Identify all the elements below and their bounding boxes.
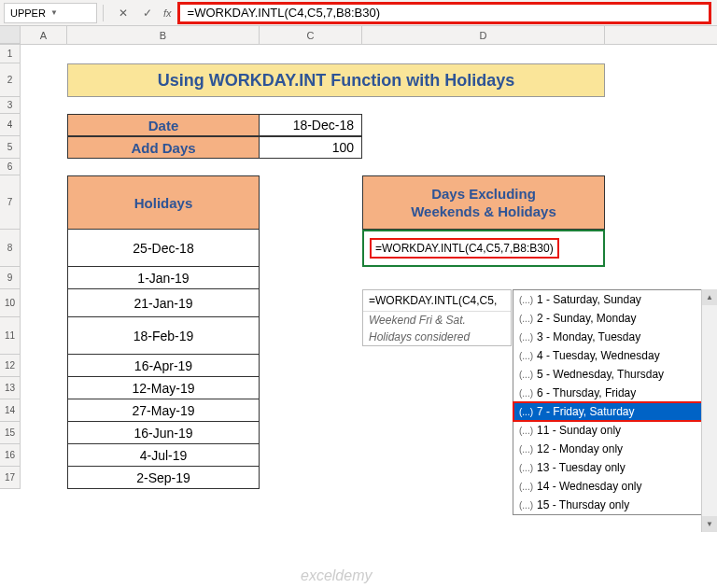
formula-text: =WORKDAY.INTL(C4,C5,7,B8:B30) [188, 6, 381, 20]
active-formula-text: =WORKDAY.INTL(C4,C5,7,B8:B30) [370, 238, 559, 259]
option-icon: (...) [519, 314, 533, 324]
dropdown-item[interactable]: (...)15 - Thursday only [513, 496, 710, 514]
row-header[interactable]: 11 [0, 317, 21, 355]
row-header[interactable]: 17 [0, 467, 21, 489]
col-header-b[interactable]: B [67, 26, 260, 44]
holidays-header: Holidays [67, 175, 260, 230]
row-header[interactable]: 6 [0, 159, 21, 175]
separator [103, 5, 104, 21]
row-header[interactable]: 4 [0, 114, 21, 136]
hint-formula: =WORKDAY.INTL(C4,C5, [363, 290, 511, 312]
option-icon: (...) [519, 444, 533, 455]
name-box-value: UPPER [10, 7, 50, 19]
dropdown-item[interactable]: (...)3 - Monday, Tuesday [513, 328, 710, 346]
formula-bar[interactable]: =WORKDAY.INTL(C4,C5,7,B8:B30) [177, 2, 711, 24]
adddays-value[interactable]: 100 [260, 136, 362, 159]
grid: 1 2 3 4 5 6 7 8 9 10 11 12 13 14 15 16 1… [0, 45, 717, 489]
holiday-cell[interactable]: 27-May-19 [67, 399, 260, 422]
scroll-down-icon[interactable]: ▼ [702, 516, 717, 532]
adddays-label: Add Days [67, 136, 260, 159]
dropdown-item[interactable]: (...)13 - Tuesday only [513, 458, 710, 477]
col-header-a[interactable]: A [21, 26, 67, 44]
input-table: Date 18-Dec-18 Add Days 100 [67, 114, 362, 159]
dropdown-item[interactable]: (...)6 - Thursday, Friday [513, 384, 710, 402]
option-icon: (...) [519, 500, 533, 511]
watermark: exceldemy EXCEL · DATA · BI [301, 567, 379, 588]
chevron-down-icon[interactable]: ▼ [50, 8, 91, 17]
date-label: Date [67, 114, 260, 136]
dropdown-scrollbar[interactable]: ▲ ▼ [701, 289, 717, 532]
formula-hint-box: =WORKDAY.INTL(C4,C5, Weekend Fri & Sat. … [362, 289, 512, 346]
holidays-table: Holidays 25-Dec-18 1-Jan-19 21-Jan-19 18… [67, 175, 260, 489]
option-icon: (...) [519, 388, 533, 399]
dropdown-item[interactable]: (...)11 - Sunday only [513, 421, 710, 440]
cancel-icon[interactable]: ✕ [115, 5, 132, 21]
column-headers: A B C D [0, 26, 717, 45]
formula-bar-row: UPPER ▼ ✕ ✓ fx =WORKDAY.INTL(C4,C5,7,B8:… [0, 0, 717, 26]
hint-note1: Weekend Fri & Sat. [363, 312, 511, 329]
holiday-cell[interactable]: 16-Apr-19 [67, 355, 260, 377]
row-header[interactable]: 16 [0, 444, 21, 467]
holiday-cell[interactable]: 1-Jan-19 [67, 267, 260, 289]
dropdown-item[interactable]: (...)2 - Sunday, Monday [513, 309, 710, 328]
col-header-d[interactable]: D [362, 26, 605, 44]
row-header[interactable]: 15 [0, 422, 21, 444]
holiday-cell[interactable]: 12-May-19 [67, 377, 260, 399]
row-header[interactable]: 12 [0, 355, 21, 377]
holiday-cell[interactable]: 18-Feb-19 [67, 317, 260, 355]
dropdown-item[interactable]: (...)14 - Wednesday only [513, 477, 710, 496]
dropdown-item[interactable]: (...)1 - Saturday, Sunday [513, 290, 710, 309]
option-icon: (...) [519, 426, 533, 436]
row-header[interactable]: 14 [0, 399, 21, 422]
days-excluding-header: Days Excluding Weekends & Holidays [362, 175, 605, 230]
row-header[interactable]: 2 [0, 63, 21, 97]
option-icon: (...) [519, 332, 533, 343]
scroll-up-icon[interactable]: ▲ [702, 289, 717, 305]
row-header[interactable]: 1 [0, 45, 21, 63]
row-header[interactable]: 9 [0, 267, 21, 289]
option-icon: (...) [519, 407, 533, 417]
hint-note2: Holidays considered [363, 329, 511, 345]
holiday-cell[interactable]: 25-Dec-18 [67, 230, 260, 267]
holiday-cell[interactable]: 2-Sep-19 [67, 467, 260, 489]
holiday-cell[interactable]: 21-Jan-19 [67, 289, 260, 317]
name-box[interactable]: UPPER ▼ [4, 3, 97, 23]
option-icon: (...) [519, 295, 533, 305]
dropdown-item[interactable]: (...)5 - Wednesday, Thursday [513, 365, 710, 384]
date-value[interactable]: 18-Dec-18 [260, 114, 362, 136]
dropdown-item-selected[interactable]: (...)7 - Friday, Saturday [513, 402, 710, 421]
fx-buttons: ✕ ✓ fx [115, 5, 176, 21]
weekend-dropdown[interactable]: (...)1 - Saturday, Sunday (...)2 - Sunda… [513, 289, 710, 515]
option-icon: (...) [519, 463, 533, 473]
active-cell-d8[interactable]: =WORKDAY.INTL(C4,C5,7,B8:B30) [362, 230, 605, 267]
page-title: Using WORKDAY.INT Function with Holidays [67, 63, 605, 97]
option-icon: (...) [519, 351, 533, 361]
option-icon: (...) [519, 482, 533, 492]
holiday-cell[interactable]: 16-Jun-19 [67, 422, 260, 444]
dropdown-item[interactable]: (...)12 - Monday only [513, 440, 710, 458]
holiday-cell[interactable]: 4-Jul-19 [67, 444, 260, 467]
row-headers: 1 2 3 4 5 6 7 8 9 10 11 12 13 14 15 16 1… [0, 45, 21, 489]
col-header-c[interactable]: C [260, 26, 362, 44]
fx-icon[interactable]: fx [163, 7, 172, 19]
option-icon: (...) [519, 370, 533, 380]
row-header[interactable]: 8 [0, 230, 21, 267]
row-header[interactable]: 3 [0, 97, 21, 114]
sheet-area[interactable]: Using WORKDAY.INT Function with Holidays… [21, 45, 717, 489]
row-header[interactable]: 5 [0, 136, 21, 159]
select-all-corner[interactable] [0, 26, 21, 44]
row-header[interactable]: 10 [0, 289, 21, 317]
dropdown-item[interactable]: (...)4 - Tuesday, Wednesday [513, 346, 710, 365]
row-header[interactable]: 13 [0, 377, 21, 399]
row-header[interactable]: 7 [0, 175, 21, 230]
enter-icon[interactable]: ✓ [139, 5, 156, 21]
